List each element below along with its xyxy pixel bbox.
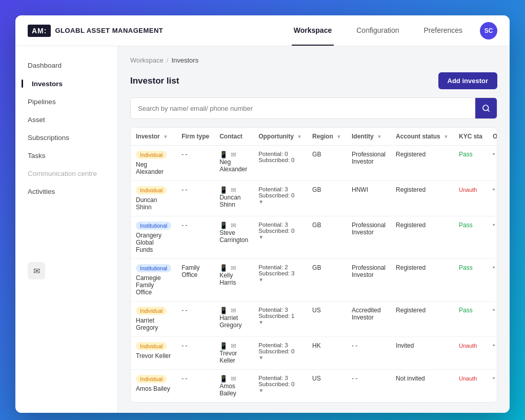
operation-cell-6[interactable]: • • • xyxy=(488,370,497,403)
opportunity-cell-6: Potential: 3 Subscribed: 0 ▼ xyxy=(253,370,307,403)
email-icon-5[interactable]: ✉ xyxy=(231,342,236,350)
filter-icon-opportunity[interactable]: ▼ xyxy=(297,134,302,139)
operation-cell-1[interactable]: • • • xyxy=(488,181,497,216)
kyc-status-2: Pass xyxy=(459,222,473,229)
phone-icon-3[interactable]: 📱 xyxy=(219,264,228,272)
more-options-0[interactable]: • • • xyxy=(493,151,497,158)
add-investor-button[interactable]: Add investor xyxy=(438,72,497,89)
phone-icon-2[interactable]: 📱 xyxy=(219,222,228,229)
investor-badge-3: Institutional xyxy=(136,264,171,272)
operation-cell-5[interactable]: • • • xyxy=(488,337,497,370)
investor-name-0[interactable]: Neg Alexander xyxy=(136,161,164,175)
more-options-4[interactable]: • • • xyxy=(493,307,497,314)
phone-icon-1[interactable]: 📱 xyxy=(219,186,228,194)
col-identity: Identity ▼ xyxy=(347,128,391,146)
sidebar-item-activities[interactable]: Activities xyxy=(15,183,117,201)
search-input[interactable] xyxy=(131,99,475,117)
account-status-cell-2: Registered xyxy=(391,216,454,259)
investor-cell-5: Individual Trevor Keller xyxy=(131,337,176,370)
breadcrumb-workspace[interactable]: Workspace xyxy=(130,56,164,64)
search-button[interactable] xyxy=(475,98,497,118)
operation-cell-0[interactable]: • • • xyxy=(488,146,497,181)
phone-icon-5[interactable]: 📱 xyxy=(219,342,228,350)
operation-cell-2[interactable]: • • • xyxy=(488,216,497,259)
email-icon-2[interactable]: ✉ xyxy=(231,222,236,229)
opportunity-cell-2: Potential: 3 Subscribed: 0 ▼ xyxy=(253,216,307,259)
expand-icon-2[interactable]: ▼ xyxy=(258,234,264,240)
more-options-3[interactable]: • • • xyxy=(493,264,497,271)
investor-badge-5: Individual xyxy=(136,342,167,350)
nav-tabs: Workspace Configuration Preferences xyxy=(292,15,465,46)
tab-workspace[interactable]: Workspace xyxy=(292,15,334,46)
opportunity-cell-5: Potential: 3 Subscribed: 0 ▼ xyxy=(253,337,307,370)
filter-icon-region[interactable]: ▼ xyxy=(336,134,341,139)
col-kyc: KYC sta xyxy=(454,128,488,146)
kyc-cell-5: Unauth xyxy=(454,337,488,370)
email-icon-3[interactable]: ✉ xyxy=(231,264,236,272)
contact-name-0: Neg Alexander xyxy=(219,158,248,173)
investor-name-2[interactable]: Orangery Global Funds xyxy=(136,232,161,253)
col-region: Region ▼ xyxy=(307,128,347,146)
mail-icon[interactable]: ✉ xyxy=(28,262,45,279)
email-icon-1[interactable]: ✉ xyxy=(231,186,236,194)
identity-cell-4: Accredited Investor xyxy=(347,302,391,337)
firmtype-cell-6: - - xyxy=(176,370,214,403)
more-options-1[interactable]: • • • xyxy=(493,186,497,193)
investor-name-1[interactable]: Duncan Shinn xyxy=(136,196,157,211)
sidebar-item-pipelines[interactable]: Pipelines xyxy=(15,93,117,111)
sidebar-item-tasks[interactable]: Tasks xyxy=(15,147,117,165)
table-row: Institutional Orangery Global Funds - - … xyxy=(131,216,497,259)
phone-icon-4[interactable]: 📱 xyxy=(219,307,228,314)
region-cell-4: US xyxy=(307,302,347,337)
more-options-5[interactable]: • • • xyxy=(493,342,497,349)
more-options-6[interactable]: • • • xyxy=(493,375,497,382)
app-window: AM: GLOABL ASSET MANAGEMENT Workspace Co… xyxy=(15,15,510,413)
breadcrumb-sep: / xyxy=(167,56,169,64)
opportunity-cell-4: Potential: 3 Subscribed: 1 ▼ xyxy=(253,302,307,337)
phone-icon-0[interactable]: 📱 xyxy=(219,151,228,158)
opportunity-cell-3: Potential: 2 Subscribed: 3 ▼ xyxy=(253,259,307,302)
more-options-2[interactable]: • • • xyxy=(493,222,497,229)
search-bar xyxy=(130,97,497,119)
sidebar-item-asset[interactable]: Asset xyxy=(15,111,117,129)
region-cell-3: GB xyxy=(307,259,347,302)
region-cell-5: HK xyxy=(307,337,347,370)
logo-name: GLOABL ASSET MANAGEMENT xyxy=(55,27,163,34)
filter-icon-account[interactable]: ▼ xyxy=(443,134,449,139)
svg-line-1 xyxy=(488,110,489,111)
tab-configuration[interactable]: Configuration xyxy=(354,15,401,46)
expand-icon-6[interactable]: ▼ xyxy=(258,388,264,393)
investor-name-5[interactable]: Trevor Keller xyxy=(136,352,171,359)
logo-area: AM: GLOABL ASSET MANAGEMENT xyxy=(28,25,163,37)
account-status-cell-5: Invited xyxy=(391,337,454,370)
investor-badge-4: Individual xyxy=(136,307,167,315)
operation-cell-4[interactable]: • • • xyxy=(488,302,497,337)
filter-icon-investor[interactable]: ▼ xyxy=(163,134,168,139)
investor-name-4[interactable]: Harriet Gregory xyxy=(136,317,158,331)
investor-name-3[interactable]: Carnegie Family Office xyxy=(136,274,161,296)
expand-icon-5[interactable]: ▼ xyxy=(258,355,264,361)
filter-icon-identity[interactable]: ▼ xyxy=(377,134,382,139)
investor-name-6[interactable]: Amos Bailey xyxy=(136,385,170,392)
email-icon-0[interactable]: ✉ xyxy=(231,151,236,158)
sidebar-item-investors[interactable]: Investors xyxy=(15,74,117,93)
contact-cell-5: 📱 ✉ Trevor Keller xyxy=(214,337,253,370)
identity-cell-6: - - xyxy=(347,370,391,403)
email-icon-6[interactable]: ✉ xyxy=(231,375,236,383)
expand-icon-4[interactable]: ▼ xyxy=(258,319,264,325)
avatar[interactable]: SC xyxy=(480,22,497,39)
operation-cell-3[interactable]: • • • xyxy=(488,259,497,302)
identity-cell-1: HNWI xyxy=(347,181,391,216)
sidebar-item-subscriptions[interactable]: Subscriptions xyxy=(15,129,117,147)
firmtype-cell-4: - - xyxy=(176,302,214,337)
tab-preferences[interactable]: Preferences xyxy=(422,15,465,46)
sidebar-item-dashboard[interactable]: Dashboard xyxy=(15,56,117,74)
expand-icon-3[interactable]: ▼ xyxy=(258,277,264,283)
investor-cell-0: Individual Neg Alexander xyxy=(131,146,176,181)
firmtype-cell-5: - - xyxy=(176,337,214,370)
account-status-cell-4: Registered xyxy=(391,302,454,337)
firmtype-cell-3: Family Office xyxy=(176,259,214,302)
expand-icon-1[interactable]: ▼ xyxy=(258,199,264,205)
phone-icon-6[interactable]: 📱 xyxy=(219,375,228,383)
email-icon-4[interactable]: ✉ xyxy=(231,307,236,314)
